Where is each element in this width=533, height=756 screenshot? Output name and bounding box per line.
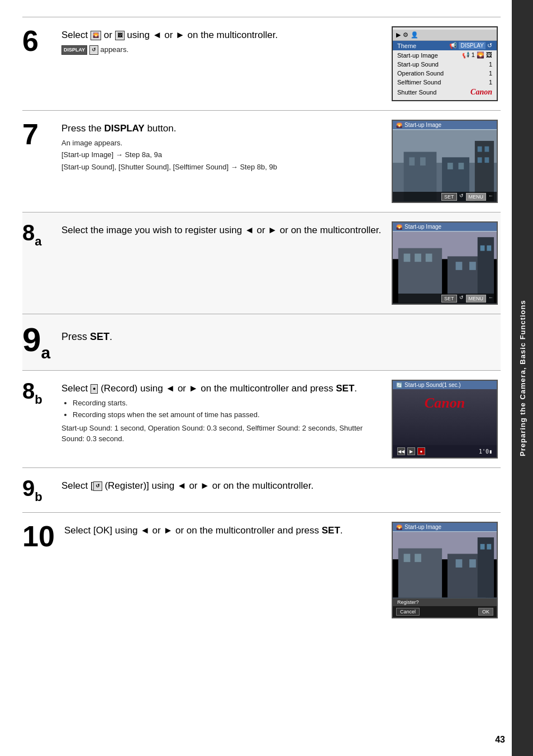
cursor-icon-8a: ↺ (459, 295, 464, 303)
step-9b-title: Select [↺ (Register)] using ◄ or ► or on… (61, 479, 383, 493)
step-10-image: 🌄 Start-up Image (389, 522, 501, 618)
photo-inner-8a: SET ↺ MENU ← (393, 231, 497, 304)
svg-rect-4 (420, 157, 426, 166)
menu-row-operation-sound: Operation Sound 1 (393, 69, 497, 78)
step-6-section: 6 Select 🌄 or 🖼 using ◄ or ► on the mult… (22, 17, 501, 110)
page-container: 6 Select 🌄 or 🖼 using ◄ or ► on the mult… (0, 0, 533, 756)
step-6-title: Select 🌄 or 🖼 using ◄ or ► on the multic… (61, 29, 383, 42)
photo-title-icon-8a: 🌄 (396, 224, 402, 230)
building-svg-7 (393, 129, 497, 202)
cancel-btn[interactable]: Cancel (396, 608, 420, 616)
photo-frame-8b: 🔄 Start-up Sound(1 sec.) Canon ◀◀ ▶ ● 1'… (392, 380, 498, 459)
menu-row-theme: Theme 📢 DISPLAY ↺ (393, 41, 497, 50)
step-10-content: Select [OK] using ◄ or ► or on the multi… (64, 522, 383, 540)
step-8a-content: Select the image you wish to register us… (61, 221, 383, 239)
photo-title-icon-10: 🌄 (396, 525, 402, 530)
sidebar-tab: Preparing the Camera, Basic Functions (512, 0, 533, 756)
svg-rect-12 (484, 157, 489, 163)
step-7-desc: An image appears. [Start-up Image] → Ste… (61, 138, 383, 173)
step-9b-content: Select [↺ (Register)] using ◄ or ► or on… (61, 477, 383, 495)
rotate-icon: ↺ (89, 45, 98, 55)
svg-rect-3 (409, 157, 415, 166)
sound-controls: ◀◀ ▶ ● 1'0▮ (393, 445, 497, 457)
photo-titlebar-10: 🌄 Start-up Image (393, 523, 497, 531)
step-8a-number-wrap: 8a (22, 221, 56, 248)
photo-inner-8b: Canon (393, 389, 497, 445)
svg-rect-11 (478, 157, 482, 163)
menu-row-shutter-sound: Shutter Sound Canon (393, 87, 497, 98)
svg-rect-9 (478, 147, 482, 152)
photo-title-icon-7: 🌄 (396, 122, 402, 128)
photo-inner-10 (393, 531, 497, 598)
svg-rect-24 (487, 245, 491, 251)
building-svg-10 (393, 531, 497, 598)
svg-rect-32 (469, 559, 476, 568)
step-9b-section: 9b Select [↺ (Register)] using ◄ or ► or… (22, 467, 501, 512)
canon-logo-8b: Canon (393, 395, 497, 412)
set-btn-8a: SET (441, 295, 457, 303)
svg-rect-10 (484, 147, 489, 152)
svg-rect-33 (478, 537, 494, 598)
photo-title-text-10: Start-up Image (404, 524, 441, 530)
step-10-section: 10 Select [OK] using ◄ or ► or on the mu… (22, 512, 501, 627)
menu-btn-8a: MENU (466, 295, 487, 303)
main-content: 6 Select 🌄 or 🖼 using ◄ or ► on the mult… (0, 0, 512, 756)
svg-rect-34 (480, 544, 485, 550)
svg-rect-22 (478, 237, 494, 303)
step-9a-title: Press SET. (61, 330, 383, 344)
menu-play-icon: ▶ (396, 31, 401, 39)
sidebar-tab-label: Preparing the Camera, Basic Functions (518, 300, 527, 456)
register-icon: ↺ (93, 481, 102, 491)
step-10-title: Select [OK] using ◄ or ► or on the multi… (64, 524, 383, 537)
record-icon: ● (91, 384, 98, 394)
svg-rect-20 (456, 262, 463, 270)
rewind-btn: ◀◀ (397, 447, 405, 455)
menu-row-selftimer-sound: Selftimer Sound 1 (393, 78, 497, 87)
step-8a-section: 8a Select the image you wish to register… (22, 212, 501, 314)
step-8b-title: Select ● (Record) using ◄ or ► on the mu… (61, 382, 383, 395)
photo-bottombar-8a: SET ↺ MENU ← (393, 294, 497, 304)
step-7-number: 7 (22, 120, 56, 149)
step-8a-title: Select the image you wish to register us… (61, 224, 383, 237)
photo-titlebar-7: 🌄 Start-up Image (393, 121, 497, 129)
svg-rect-7 (458, 163, 464, 169)
step-7-image: 🌄 Start-up Image (389, 120, 501, 203)
cursor-icon-7: ↺ (459, 193, 464, 201)
step-9a-number: 9a (22, 323, 56, 361)
step-7-section: 7 Press the DISPLAY button. An image app… (22, 110, 501, 212)
step-7-title: Press the DISPLAY button. (61, 122, 383, 135)
step-9a-content: Press SET. (61, 323, 383, 346)
menu-topbar: ▶ ⚙ 👤 (393, 30, 497, 41)
svg-rect-31 (456, 559, 463, 568)
back-icon-8a: ← (488, 295, 493, 303)
building-svg-8a (393, 231, 497, 304)
ok-btn[interactable]: OK (478, 608, 493, 616)
photo-bottombar-7: SET ↺ MENU ← (393, 192, 497, 202)
step-7-content: Press the DISPLAY button. An image appea… (61, 120, 383, 173)
menu-btn-7: MENU (466, 193, 487, 201)
step-9b-number: 9b (22, 477, 56, 503)
display-badge: DISPLAY (61, 45, 87, 55)
step-9b-number-wrap: 9b (22, 477, 56, 503)
svg-rect-16 (404, 254, 411, 262)
step-8a-image: 🌄 Start-up Image (389, 221, 501, 305)
back-icon-7: ← (488, 193, 493, 201)
step-8b-number-wrap: 8b (22, 380, 56, 406)
photo-inner-7: SET ↺ MENU ← (393, 129, 497, 202)
photo-frame-10: 🌄 Start-up Image (392, 522, 498, 618)
menu-row-startup-sound: Start-up Sound 1 (393, 60, 497, 69)
step-8b-image: 🔄 Start-up Sound(1 sec.) Canon ◀◀ ▶ ● 1'… (389, 380, 501, 459)
step-6-content: Select 🌄 or 🖼 using ◄ or ► on the multic… (61, 26, 383, 55)
photo-title-icon-8b: 🔄 (396, 382, 402, 388)
set-btn-7: SET (441, 193, 457, 201)
step-8b-content: Select ● (Record) using ◄ or ► on the mu… (61, 380, 383, 445)
step-6-desc: DISPLAY ↺ appears. (61, 44, 383, 55)
photo-frame-8a: 🌄 Start-up Image (392, 221, 498, 305)
svg-rect-23 (480, 245, 485, 251)
svg-rect-29 (415, 554, 421, 562)
svg-rect-28 (404, 554, 411, 562)
svg-rect-21 (469, 262, 476, 270)
menu-person-icon: 👤 (411, 31, 418, 39)
step-8b-bullets: Recording starts. Recording stops when t… (61, 398, 383, 420)
record-btn: ● (417, 447, 425, 455)
